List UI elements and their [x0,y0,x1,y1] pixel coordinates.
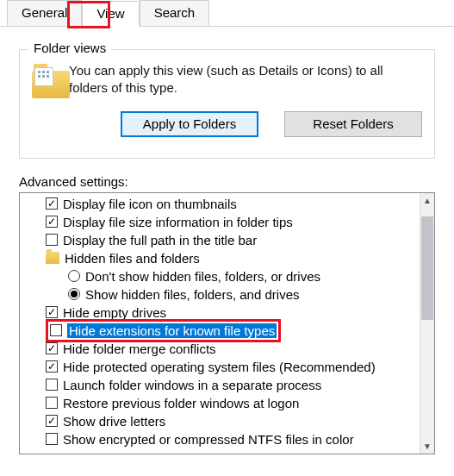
tree-item-label: Hidden files and folders [65,251,200,266]
tab-view[interactable]: View [82,1,139,27]
tree-item[interactable]: Display the full path in the title bar [20,231,420,249]
tree-item[interactable]: Hide folder merge conflicts [20,340,420,358]
tab-general[interactable]: General [7,0,82,26]
tree-item-label: Display file size information in folder … [63,215,293,229]
tree-item[interactable]: Hide extensions for known file types [20,322,420,340]
checkbox[interactable] [46,415,58,427]
reset-folders-button[interactable]: Reset Folders [284,111,422,137]
tree-item[interactable]: Don't show hidden files, folders, or dri… [20,267,420,285]
checkbox[interactable] [46,306,58,318]
advanced-settings-label: Advanced settings: [19,174,435,189]
tree-item-label: Display the full path in the title bar [63,233,257,247]
checkbox[interactable] [50,324,62,336]
checkbox[interactable] [46,216,58,228]
radio[interactable] [68,288,80,300]
folder-views-group: Folder views You can apply this view (su… [19,49,435,159]
tree-item[interactable]: Show drive letters [20,412,420,430]
scroll-down-button[interactable]: ▼ [420,439,434,454]
folder-views-title: Folder views [28,41,111,55]
tree-item-label: Launch folder windows in a separate proc… [63,378,321,392]
checkbox[interactable] [46,197,58,210]
checkbox[interactable] [46,379,58,391]
tree-item-label: Show hidden files, folders, and drives [85,287,299,302]
tree-item[interactable]: Display file size information in folder … [20,213,420,231]
folder-icon [32,62,57,98]
advanced-settings-tree: Display file icon on thumbnailsDisplay f… [19,192,435,454]
tree-item[interactable]: Hidden files and folders [20,249,420,267]
apply-to-folders-button[interactable]: Apply to Folders [121,111,258,137]
checkbox[interactable] [46,397,58,409]
checkbox[interactable] [46,360,58,373]
tab-search[interactable]: Search [140,0,210,26]
scroll-thumb[interactable] [421,216,433,320]
scroll-up-button[interactable]: ▲ [420,193,434,208]
folder-views-desc: You can apply this view (such as Details… [69,62,422,97]
tree-item-label: Hide empty drives [63,305,166,320]
tree-item[interactable]: Restore previous folder windows at logon [20,394,420,412]
tree-item-label: Don't show hidden files, folders, or dri… [85,269,320,284]
checkbox[interactable] [46,433,58,445]
scrollbar[interactable]: ▲ ▼ [420,193,434,454]
tree-item-label: Display file icon on thumbnails [63,197,237,211]
tree-item[interactable]: Show encrypted or compressed NTFS files … [20,430,420,448]
tree-item-label: Hide extensions for known file types [67,323,277,338]
tree-item[interactable]: Display file icon on thumbnails [20,195,420,213]
tree-item[interactable]: Hide protected operating system files (R… [20,358,420,376]
annotation-highlight-item: Hide extensions for known file types [46,319,281,342]
tree-item-label: Show encrypted or compressed NTFS files … [63,432,354,447]
tree-item-label: Hide folder merge conflicts [63,341,216,356]
folder-icon [46,252,59,264]
radio[interactable] [68,270,80,282]
scroll-track[interactable] [420,208,434,439]
tab-bar: General View Search [0,0,454,27]
tree-item-label: Show drive letters [63,414,165,429]
checkbox[interactable] [46,234,58,246]
tree-item[interactable]: Show hidden files, folders, and drives [20,285,420,304]
tree-item-label: Hide protected operating system files (R… [63,360,376,374]
checkbox[interactable] [46,342,58,354]
tree-item[interactable]: Launch folder windows in a separate proc… [20,376,420,394]
tree-item-label: Restore previous folder windows at logon [63,396,299,410]
